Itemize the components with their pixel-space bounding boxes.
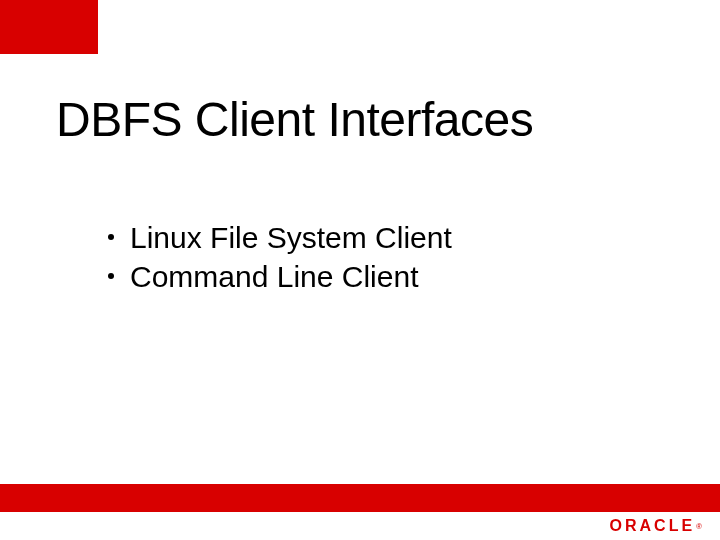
slide-title: DBFS Client Interfaces (56, 92, 533, 147)
footer-bar (0, 484, 720, 512)
bullet-list: Linux File System Client Command Line Cl… (108, 218, 452, 296)
bullet-dot-icon (108, 273, 114, 279)
list-item-text: Command Line Client (130, 257, 418, 296)
bullet-dot-icon (108, 234, 114, 240)
oracle-logo: ORACLE ® (610, 512, 702, 540)
list-item-text: Linux File System Client (130, 218, 452, 257)
header-accent-block (0, 0, 98, 54)
list-item: Command Line Client (108, 257, 452, 296)
list-item: Linux File System Client (108, 218, 452, 257)
registered-mark-icon: ® (696, 522, 702, 531)
logo-text: ORACLE (610, 517, 696, 535)
